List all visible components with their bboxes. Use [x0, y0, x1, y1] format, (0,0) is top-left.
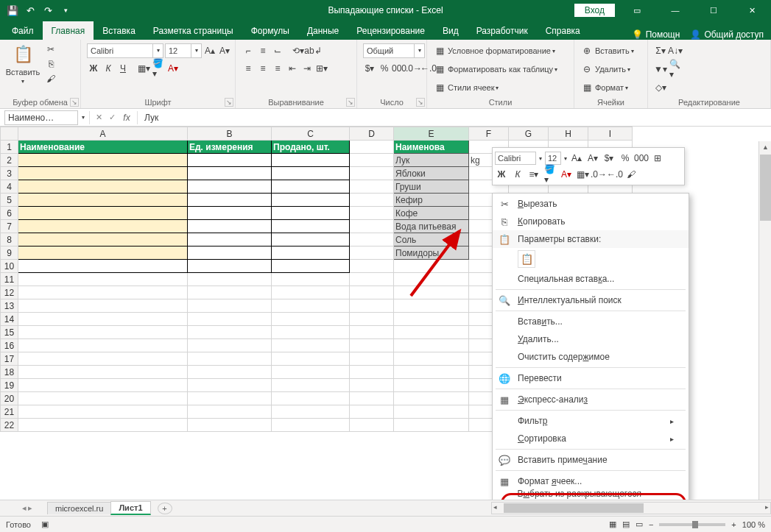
- cell-A13[interactable]: [18, 299, 188, 313]
- mini-currency-icon[interactable]: $▾: [602, 152, 616, 165]
- bold-button[interactable]: Ж: [87, 62, 100, 75]
- cell-A20[interactable]: [18, 392, 188, 405]
- cell-C10[interactable]: [272, 260, 350, 273]
- cell-B12[interactable]: [188, 286, 272, 299]
- cell-A5[interactable]: [18, 194, 188, 207]
- cell-C7[interactable]: [272, 220, 350, 233]
- tab-review[interactable]: Рецензирование: [348, 21, 434, 40]
- scroll-up-icon[interactable]: ▲: [759, 141, 771, 154]
- menu-filter[interactable]: Фильтр▸: [493, 412, 689, 430]
- cell-E16[interactable]: [394, 339, 469, 352]
- dialog-launcher[interactable]: ↘: [346, 98, 355, 107]
- sheet-tab-1[interactable]: microexcel.ru: [47, 502, 111, 514]
- tab-file[interactable]: Файл: [3, 21, 43, 40]
- cell-D13[interactable]: [350, 299, 394, 313]
- cell-C11[interactable]: [272, 273, 350, 286]
- align-top-icon[interactable]: ⌐: [242, 44, 255, 57]
- mini-font-size[interactable]: 12: [545, 152, 561, 165]
- autosum-icon[interactable]: Σ▾: [654, 44, 667, 57]
- row-header-12[interactable]: 12: [1, 286, 18, 299]
- cell-B15[interactable]: [188, 326, 272, 339]
- format-as-table-button[interactable]: ▦Форматировать как таблицу▾: [433, 61, 557, 77]
- orientation-icon[interactable]: ⟲▾: [292, 44, 305, 57]
- cell-B20[interactable]: [188, 392, 272, 405]
- ribbon-display-icon[interactable]: ▭: [621, 0, 653, 21]
- row-header-7[interactable]: 7: [1, 220, 18, 233]
- cell-E13[interactable]: [394, 299, 469, 313]
- new-sheet-button[interactable]: +: [158, 503, 172, 514]
- mini-font-color-icon[interactable]: A▾: [560, 168, 573, 181]
- cell-C13[interactable]: [272, 299, 350, 313]
- copy-icon[interactable]: ⎘: [44, 57, 57, 71]
- menu-format-cells[interactable]: ▦Формат ячеек...: [493, 472, 689, 490]
- cell-A2[interactable]: [18, 154, 188, 167]
- formula-input[interactable]: Лук: [140, 113, 771, 123]
- font-size-combo[interactable]: 12▾: [165, 43, 202, 58]
- menu-sort[interactable]: Сортировка▸: [493, 430, 689, 447]
- cell-D17[interactable]: [350, 352, 394, 366]
- row-header-13[interactable]: 13: [1, 299, 18, 313]
- cell-A11[interactable]: [18, 273, 188, 286]
- cell-D16[interactable]: [350, 339, 394, 352]
- cell-E21[interactable]: [394, 405, 469, 419]
- row-header-5[interactable]: 5: [1, 194, 18, 207]
- mini-italic-button[interactable]: К: [511, 168, 524, 181]
- macro-record-icon[interactable]: ▣: [41, 519, 49, 529]
- row-header-1[interactable]: 1: [1, 141, 18, 154]
- view-break-icon[interactable]: ▭: [636, 519, 643, 529]
- cell-B3[interactable]: [188, 167, 272, 180]
- tab-data[interactable]: Данные: [298, 21, 348, 40]
- row-header-20[interactable]: 20: [1, 392, 18, 405]
- cell-D12[interactable]: [350, 286, 394, 299]
- cell-D22[interactable]: [350, 419, 394, 432]
- cell-D11[interactable]: [350, 273, 394, 286]
- column-header-I[interactable]: I: [588, 127, 633, 141]
- horizontal-scrollbar[interactable]: ◂ ▸: [491, 502, 771, 514]
- mini-comma-icon[interactable]: 000: [635, 152, 648, 165]
- column-header-C[interactable]: C: [272, 127, 350, 141]
- enter-icon[interactable]: ✓: [105, 113, 119, 122]
- fx-icon[interactable]: fx: [119, 113, 135, 123]
- maximize-button[interactable]: ☐: [697, 0, 730, 21]
- mini-align-icon[interactable]: ≡▾: [527, 168, 541, 181]
- zoom-level[interactable]: 100 %: [742, 520, 765, 529]
- cell-A9[interactable]: [18, 247, 188, 260]
- cell-E20[interactable]: [394, 392, 469, 405]
- shrink-font-icon[interactable]: A▾: [218, 44, 231, 57]
- menu-copy[interactable]: ⎘Копировать: [493, 213, 689, 230]
- indent-inc-icon[interactable]: ⇥: [300, 62, 314, 75]
- row-header-11[interactable]: 11: [1, 273, 18, 286]
- cell-D19[interactable]: [350, 379, 394, 392]
- cell-D8[interactable]: [350, 233, 394, 247]
- zoom-in-button[interactable]: +: [731, 520, 736, 529]
- cell-E5[interactable]: Кефир: [394, 194, 469, 207]
- dialog-launcher[interactable]: ↘: [70, 98, 79, 107]
- cell-A6[interactable]: [18, 207, 188, 220]
- align-bottom-icon[interactable]: ⌙: [271, 44, 284, 57]
- cell-A22[interactable]: [18, 419, 188, 432]
- cell-C17[interactable]: [272, 352, 350, 366]
- cell-B18[interactable]: [188, 366, 272, 379]
- wrap-text-icon[interactable]: ab↲: [306, 44, 320, 57]
- indent-dec-icon[interactable]: ⇤: [286, 62, 299, 75]
- number-format-combo[interactable]: Общий▾: [363, 43, 425, 58]
- cell-A16[interactable]: [18, 339, 188, 352]
- cell-C19[interactable]: [272, 379, 350, 392]
- row-header-19[interactable]: 19: [1, 379, 18, 392]
- cell-B21[interactable]: [188, 405, 272, 419]
- row-header-17[interactable]: 17: [1, 352, 18, 366]
- tab-layout[interactable]: Разметка страницы: [144, 21, 242, 40]
- scroll-right-icon[interactable]: ▸: [765, 503, 769, 511]
- paste-button[interactable]: 📋 Вставить ▾: [6, 43, 40, 85]
- cell-D21[interactable]: [350, 405, 394, 419]
- fill-icon[interactable]: ▼▾: [654, 63, 667, 76]
- cell-C3[interactable]: [272, 167, 350, 180]
- cell-B22[interactable]: [188, 419, 272, 432]
- column-header-G[interactable]: G: [509, 127, 549, 141]
- cell-E2[interactable]: Лук: [394, 154, 469, 167]
- name-box[interactable]: Наимено…: [4, 110, 78, 125]
- cell-A4[interactable]: [18, 180, 188, 194]
- cell-D10[interactable]: [350, 260, 394, 273]
- cell-C22[interactable]: [272, 419, 350, 432]
- cell-D15[interactable]: [350, 326, 394, 339]
